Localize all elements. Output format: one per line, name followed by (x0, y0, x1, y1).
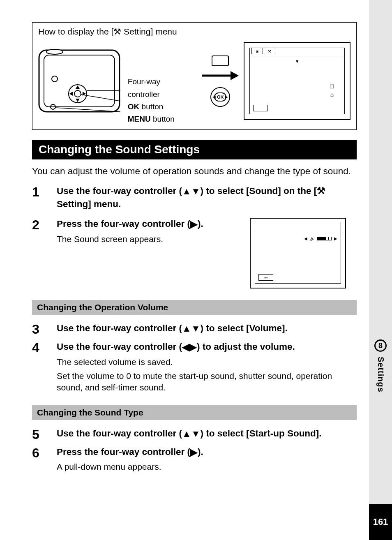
step-number: 1 (32, 185, 46, 210)
step-1: 1 Use the four-way controller (▲▼) to se… (32, 185, 357, 210)
triangle-down-icon: ▼ (295, 59, 300, 64)
lcd-menu-illustration: ◙ ⚒ ▼ ◻ ⌂ (244, 42, 350, 120)
step-6-text: Press the four-way controller (▶). (57, 446, 357, 459)
step-number: 6 (32, 446, 46, 473)
page-number-tab: 161 (369, 504, 392, 540)
label-fourway: Four-way controller (128, 76, 194, 101)
home-icon: ⌂ (330, 90, 334, 99)
triangle-left-icon: ◀ (304, 236, 307, 241)
triangle-up-icon: ▲ (182, 185, 191, 198)
subsection-bar-volume: Changing the Operation Volume (32, 300, 357, 315)
triangle-up-icon: ▲ (182, 428, 191, 440)
svg-point-5 (52, 76, 58, 82)
camera-labels: Four-way controller OK button MENU butto… (128, 36, 194, 126)
step-4: 4 Use the four-way controller (◀▶) to ad… (32, 341, 357, 393)
triangle-right-icon: ▶ (189, 341, 197, 353)
step-1-text: Use the four-way controller (▲▼) to sele… (57, 185, 357, 210)
speaker-icon: 🔈 (310, 236, 315, 241)
square-icon: ◻ (330, 82, 334, 90)
svg-point-2 (46, 49, 63, 54)
triangle-left-icon: ◀ (182, 341, 189, 353)
step-3: 3 Use the four-way controller (▲▼) to se… (32, 322, 357, 337)
arrow-right-icon (202, 70, 239, 83)
tab-tools-icon: ⚒ (264, 48, 275, 54)
screen-footer-box (253, 105, 268, 111)
triangle-up-icon: ▲ (182, 323, 191, 335)
chapter-label: Settings (376, 357, 385, 392)
right-gutter (369, 0, 392, 540)
triangle-down-icon: ▼ (191, 428, 200, 440)
triangle-down-icon: ▼ (191, 185, 200, 198)
step-number: 4 (32, 341, 46, 393)
tab-camera-icon: ◙ (251, 48, 263, 54)
step-4-text: Use the four-way controller (◀▶) to adju… (57, 341, 357, 353)
triangle-right-icon: ▶ (190, 446, 198, 459)
svg-marker-11 (231, 71, 239, 80)
step-6: 6 Press the four-way controller (▶). A p… (32, 446, 357, 473)
tools-icon: ⚒ (113, 27, 121, 36)
camera-illustration (38, 46, 120, 116)
chapter-number-badge: 8 (374, 339, 387, 352)
triangle-down-icon: ▼ (191, 323, 200, 335)
triangle-right-icon: ▶ (334, 236, 337, 241)
step-number: 2 (32, 218, 46, 288)
step-6-sub: A pull-down menu appears. (57, 461, 357, 473)
section-title: Changing the Sound Settings (32, 140, 357, 159)
label-menu: MENU button (128, 113, 194, 125)
chapter-indicator: 8 Settings (369, 339, 392, 392)
howto-title-post: Setting] menu (121, 27, 177, 36)
sound-screen-illustration: ◀ 🔈 ▶ ↩ (250, 218, 346, 288)
subsection-bar-soundtype: Changing the Sound Type (32, 405, 357, 420)
back-icon: ↩ (258, 274, 273, 281)
triangle-left-icon: ◀ (212, 95, 216, 99)
section-intro: You can adjust the volume of operation s… (32, 165, 357, 178)
step-4-sub1: The selected volume is saved. (57, 356, 357, 368)
label-ok: OK button (128, 101, 194, 113)
triangle-right-icon: ▶ (190, 218, 198, 231)
step-5-text: Use the four-way controller (▲▼) to sele… (57, 427, 357, 440)
step-3-text: Use the four-way controller (▲▼) to sele… (57, 322, 357, 335)
menu-button-graphic (212, 55, 229, 66)
step-number: 5 (32, 427, 46, 442)
svg-point-4 (74, 90, 81, 97)
step-4-sub2: Set the volume to 0 to mute the start-up… (57, 370, 357, 394)
ok-button-graphic: ◀ ▶ OK (210, 87, 230, 107)
volume-bar (317, 237, 332, 240)
tools-icon: ⚒ (317, 186, 325, 196)
step-2: 2 ◀ 🔈 ▶ (32, 218, 357, 288)
howto-title: How to display the [⚒ Setting] menu (38, 27, 350, 37)
step-number: 3 (32, 322, 46, 337)
step-5: 5 Use the four-way controller (▲▼) to se… (32, 427, 357, 442)
triangle-right-icon: ▶ (225, 95, 228, 99)
howto-title-pre: How to display the [ (38, 27, 113, 36)
howto-box: How to display the [⚒ Setting] menu (32, 22, 357, 130)
